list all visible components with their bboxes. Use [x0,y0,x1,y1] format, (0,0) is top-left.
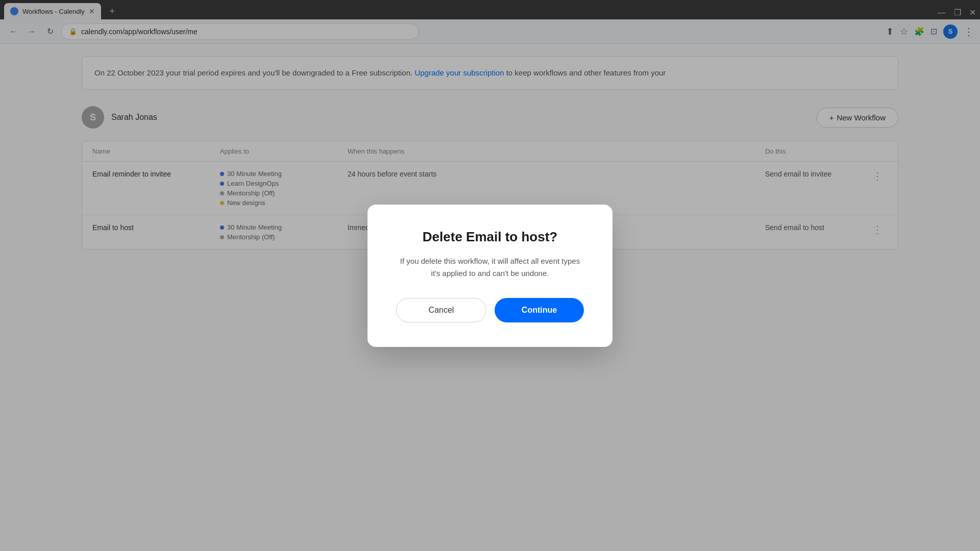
cancel-button[interactable]: Cancel [396,298,486,322]
modal-actions: Cancel Continue [396,298,584,322]
continue-button[interactable]: Continue [495,298,584,322]
modal-overlay: Delete Email to host? If you delete this… [0,0,980,551]
modal-body: If you delete this workflow, it will aff… [396,255,584,280]
modal-title: Delete Email to host? [396,229,584,245]
delete-modal: Delete Email to host? If you delete this… [368,205,612,347]
